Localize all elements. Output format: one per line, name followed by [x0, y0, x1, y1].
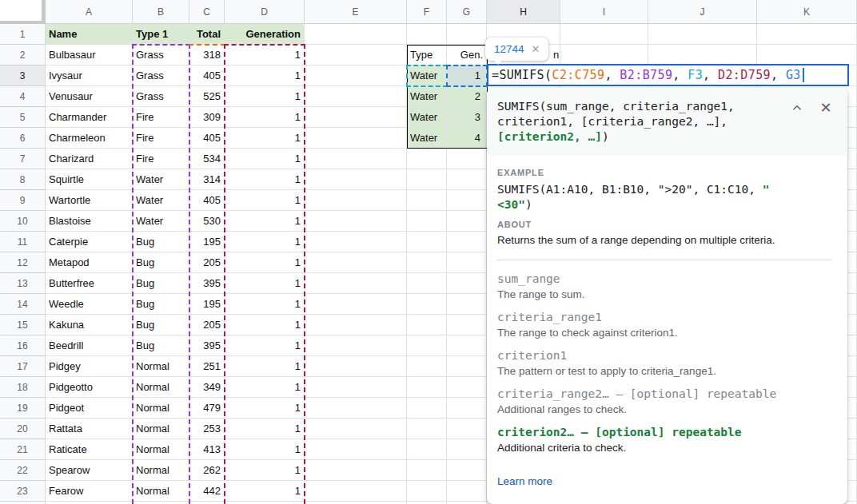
grid-cell[interactable]: 1 — [225, 45, 305, 65]
grid-cell[interactable] — [447, 149, 487, 169]
grid-cell[interactable]: 1 — [225, 149, 305, 169]
grid-cell[interactable]: Pidgeotto — [46, 377, 133, 398]
grid-cell[interactable]: Beedrill — [46, 335, 133, 356]
grid-cell[interactable] — [305, 398, 407, 419]
column-header-H[interactable]: H — [487, 0, 560, 24]
grid-cell[interactable]: 309 — [189, 107, 225, 128]
grid-cell[interactable]: 479 — [189, 398, 225, 419]
grid-cell[interactable]: Rattata — [46, 419, 133, 439]
grid-cell[interactable]: Pidgey — [46, 356, 133, 377]
grid-cell[interactable]: 1 — [225, 232, 305, 252]
grid-cell[interactable]: 195 — [189, 294, 225, 315]
grid-cell[interactable] — [447, 335, 487, 356]
grid-cell[interactable]: 1 — [225, 169, 305, 190]
grid-cell[interactable]: 1 — [225, 315, 305, 335]
row-header-4[interactable]: 4 — [0, 86, 46, 107]
grid-cell[interactable]: Normal — [133, 419, 189, 439]
column-header-F[interactable]: F — [407, 0, 447, 24]
grid-cell[interactable]: 405 — [189, 65, 225, 86]
row-header-10[interactable]: 10 — [0, 211, 46, 232]
grid-cell[interactable]: Normal — [133, 439, 189, 460]
grid-cell[interactable]: 1 — [225, 439, 305, 460]
grid-cell[interactable]: 395 — [189, 335, 225, 356]
column-header-B[interactable]: B — [133, 0, 189, 24]
row-header-6[interactable]: 6 — [0, 128, 46, 149]
grid-cell[interactable]: Total — [189, 24, 225, 45]
grid-cell[interactable]: 251 — [189, 356, 225, 377]
grid-cell[interactable] — [407, 232, 447, 252]
grid-cell[interactable] — [305, 45, 407, 65]
grid-cell[interactable]: Spearow — [46, 460, 133, 481]
grid-cell[interactable]: 1 — [225, 377, 305, 398]
grid-cell[interactable] — [648, 45, 757, 65]
grid-cell[interactable] — [407, 24, 447, 45]
grid-cell[interactable] — [305, 128, 407, 149]
grid-cell[interactable]: Squirtle — [46, 169, 133, 190]
grid-cell[interactable]: Normal — [133, 377, 189, 398]
grid-cell[interactable]: 1 — [225, 356, 305, 377]
grid-cell[interactable]: 395 — [189, 273, 225, 294]
grid-cell[interactable]: 1 — [225, 273, 305, 294]
grid-cell[interactable]: 1 — [225, 335, 305, 356]
grid-cell[interactable]: Venusaur — [46, 86, 133, 107]
grid-cell[interactable] — [757, 24, 857, 45]
grid-cell[interactable] — [305, 24, 407, 45]
grid-cell[interactable]: 530 — [189, 211, 225, 232]
grid-cell[interactable] — [305, 481, 407, 502]
row-header-15[interactable]: 15 — [0, 315, 46, 335]
grid-cell[interactable] — [305, 252, 407, 273]
grid-cell[interactable]: Water — [133, 169, 189, 190]
grid-cell[interactable]: 262 — [189, 460, 225, 481]
grid-cell[interactable] — [407, 481, 447, 502]
grid-cell[interactable] — [305, 232, 407, 252]
grid-cell[interactable] — [407, 335, 447, 356]
grid-cell[interactable]: Water — [133, 211, 189, 232]
grid-cell[interactable]: Metapod — [46, 252, 133, 273]
grid-cell[interactable]: Generation — [225, 24, 305, 45]
grid-cell[interactable]: Ivysaur — [46, 65, 133, 86]
grid-cell[interactable]: 195 — [189, 232, 225, 252]
grid-cell[interactable]: Bulbasaur — [46, 45, 133, 65]
grid-cell[interactable]: 405 — [189, 190, 225, 211]
grid-cell[interactable]: Type 1 — [133, 24, 189, 45]
grid-cell[interactable]: 349 — [189, 377, 225, 398]
row-header-18[interactable]: 18 — [0, 377, 46, 398]
row-header-23[interactable]: 23 — [0, 481, 46, 502]
grid-cell[interactable] — [305, 315, 407, 335]
grid-cell[interactable]: 318 — [189, 45, 225, 65]
grid-cell[interactable] — [407, 149, 447, 169]
grid-cell[interactable] — [305, 356, 407, 377]
grid-cell[interactable]: 205 — [189, 252, 225, 273]
row-header-17[interactable]: 17 — [0, 356, 46, 377]
grid-cell[interactable]: 1 — [225, 128, 305, 149]
grid-cell[interactable] — [305, 377, 407, 398]
row-header-16[interactable]: 16 — [0, 335, 46, 356]
grid-cell[interactable]: Water — [407, 107, 447, 128]
grid-cell[interactable]: 534 — [189, 149, 225, 169]
column-header-D[interactable]: D — [225, 0, 305, 24]
row-header-7[interactable]: 7 — [0, 149, 46, 169]
grid-cell[interactable]: Gen. — [447, 45, 487, 65]
grid-cell[interactable] — [407, 398, 447, 419]
grid-cell[interactable] — [447, 419, 487, 439]
grid-cell[interactable] — [447, 252, 487, 273]
grid-cell[interactable]: Fire — [133, 107, 189, 128]
grid-cell[interactable]: 1 — [225, 419, 305, 439]
grid-cell[interactable] — [447, 377, 487, 398]
grid-cell[interactable]: 1 — [225, 294, 305, 315]
grid-cell[interactable]: Charizard — [46, 149, 133, 169]
grid-cell[interactable]: 4 — [447, 128, 487, 149]
grid-cell[interactable] — [447, 273, 487, 294]
grid-cell[interactable]: Normal — [133, 481, 189, 502]
row-header-19[interactable]: 19 — [0, 398, 46, 419]
grid-cell[interactable] — [305, 419, 407, 439]
grid-cell[interactable]: Bug — [133, 315, 189, 335]
grid-cell[interactable] — [305, 86, 407, 107]
grid-cell[interactable] — [407, 169, 447, 190]
grid-cell[interactable] — [305, 439, 407, 460]
grid-cell[interactable]: 1 — [225, 211, 305, 232]
grid-cell[interactable] — [407, 273, 447, 294]
grid-cell[interactable]: 442 — [189, 481, 225, 502]
grid-cell[interactable]: 413 — [189, 439, 225, 460]
row-header-3[interactable]: 3 — [0, 65, 46, 86]
